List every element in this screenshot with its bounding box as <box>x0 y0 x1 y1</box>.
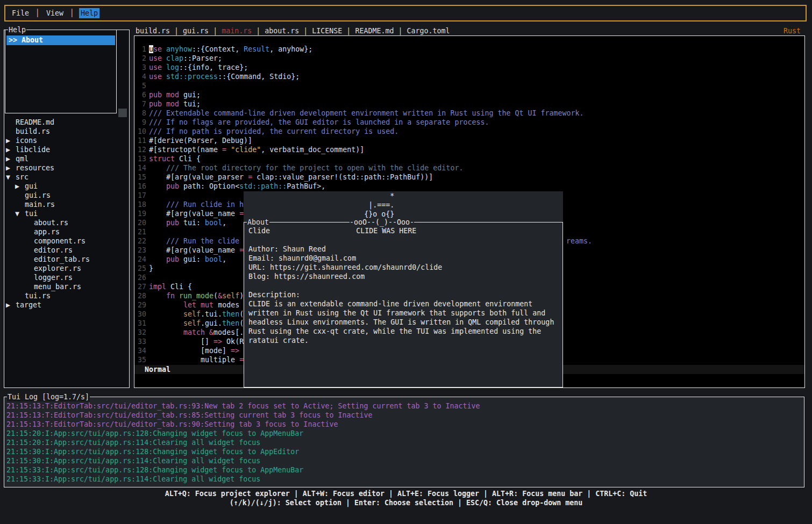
code-token: = <box>239 246 244 254</box>
tab-LICENSE[interactable]: LICENSE <box>312 27 342 35</box>
code-line-5[interactable]: 5 <box>134 81 804 90</box>
tab-gui.rs[interactable]: gui.rs <box>183 27 209 35</box>
tree-item-explorer.rs[interactable]: explorer.rs <box>4 264 129 273</box>
code-line-6[interactable]: 6pub mod gui; <box>134 90 804 99</box>
code-line-3[interactable]: 3use log::{info, trace}; <box>134 63 804 72</box>
about-popup: * |.===. {}o o{} About -ooO--(_)--Ooo- C… <box>244 191 563 387</box>
tree-item-main.rs[interactable]: main.rs <box>4 200 129 209</box>
code-token: bool <box>205 219 222 227</box>
code-token: ( <box>239 310 244 318</box>
code-line-14[interactable]: 14 /// The root directory for the projec… <box>134 163 804 173</box>
tree-item-tui.rs[interactable]: tui.rs <box>4 291 129 300</box>
tree-item-logger.rs[interactable]: logger.rs <box>4 273 129 282</box>
tab-separator: | <box>209 27 222 35</box>
code-token: gui: <box>179 255 205 263</box>
code-token: gui; <box>179 91 201 99</box>
code-line-1[interactable]: 1use anyhow::{Context, Result, anyhow}; <box>134 45 804 54</box>
tab-README.md[interactable]: README.md <box>355 27 394 35</box>
file-tree[interactable]: README.mdbuild.rs▶icons▶libclide▶qml▶res… <box>4 118 129 310</box>
tree-item-resources[interactable]: ▶resources <box>4 163 129 173</box>
help-dropdown[interactable]: Help >> About <box>5 30 117 113</box>
tree-item-tui[interactable]: ▼tui <box>4 209 129 218</box>
about-popup-line: headless Linux environments. The GUI is … <box>248 318 561 327</box>
code-token <box>162 54 166 62</box>
code-token: #[arg(value_name <box>149 210 239 218</box>
help-menu-item-about[interactable]: >> About <box>6 35 115 45</box>
tree-item-label: main.rs <box>25 200 55 209</box>
code-token: self <box>222 292 239 300</box>
code-token: pub <box>166 219 179 227</box>
code-line-10[interactable]: 10/// If no path is provided, the curren… <box>134 127 804 136</box>
about-popup-line: Clide CLIDE WAS HERE <box>248 226 561 235</box>
code-line-11[interactable]: 11#[derive(Parser, Debug)] <box>134 136 804 145</box>
code-line-8[interactable]: 8/// Extendable command-line driven deve… <box>134 109 804 118</box>
project-explorer[interactable]: README.mdbuild.rs▶icons▶libclide▶qml▶res… <box>4 30 130 388</box>
tree-item-libclide[interactable]: ▶libclide <box>4 145 129 154</box>
code-line-7[interactable]: 7pub mod tui; <box>134 99 804 109</box>
code-token: = <box>239 356 244 364</box>
menu-item-view[interactable]: View <box>45 8 65 18</box>
code-token <box>149 310 183 318</box>
code-token <box>149 319 183 327</box>
code-token: ::{ <box>192 45 205 53</box>
menu-bar[interactable]: File│View│Help <box>4 5 807 21</box>
line-number: 2 <box>136 54 146 63</box>
tree-item-menu_bar.rs[interactable]: menu_bar.rs <box>4 282 129 291</box>
tree-item-label: component.rs <box>34 237 86 245</box>
code-token: => <box>231 347 239 355</box>
code-line-13[interactable]: 13struct Cli { <box>134 154 804 163</box>
tree-item-qml[interactable]: ▶qml <box>4 154 129 163</box>
code-token: Context, <box>205 45 244 53</box>
tree-item-label: menu_bar.rs <box>34 283 81 291</box>
code-token: , anyhow}; <box>269 45 312 53</box>
tree-item-app.rs[interactable]: app.rs <box>4 227 129 236</box>
about-popup-line: Author: Shaun Reed <box>248 245 561 254</box>
code-line-16[interactable]: 16 pub path: Option<std::path::PathBuf>, <box>134 182 804 191</box>
code-text: impl Cli { <box>149 283 192 291</box>
tree-item-gui.rs[interactable]: gui.rs <box>4 191 129 200</box>
code-token: , <box>222 255 226 263</box>
code-line-12[interactable]: 12#[structopt(name = "clide", verbatim_d… <box>134 145 804 154</box>
tab-build.rs[interactable]: build.rs <box>136 27 170 35</box>
about-popup-line: ratatui crate. <box>248 336 561 345</box>
line-number: 7 <box>136 99 146 109</box>
code-token: use <box>149 54 162 62</box>
code-token: .gui. <box>201 319 222 327</box>
tree-item-README.md[interactable]: README.md <box>4 118 129 127</box>
code-line-15[interactable]: 15 #[arg(value_parser = clap::value_pars… <box>134 173 804 182</box>
code-text: use clap::Parser; <box>149 54 222 62</box>
tree-item-label: src <box>16 173 29 181</box>
tree-item-label: explorer.rs <box>34 264 81 272</box>
tab-about.rs[interactable]: about.rs <box>265 27 299 35</box>
code-line-2[interactable]: 2use clap::Parser; <box>134 54 804 63</box>
code-token: /// Extendable command-line driven devel… <box>149 109 584 117</box>
tree-item-editor_tab.rs[interactable]: editor_tab.rs <box>4 255 129 264</box>
code-token <box>162 73 166 81</box>
about-popup-line: Blog: https://shaunreed.com <box>248 272 561 281</box>
tree-item-target[interactable]: ▶target <box>4 300 129 310</box>
menu-item-help[interactable]: Help <box>79 8 99 18</box>
tree-item-component.rs[interactable]: component.rs <box>4 236 129 246</box>
editor-tab-bar[interactable]: build.rs | gui.rs | main.rs | about.rs |… <box>136 26 450 35</box>
line-number: 3 <box>136 63 146 72</box>
tree-item-icons[interactable]: ▶icons <box>4 136 129 145</box>
code-line-4[interactable]: 4use std::process::{Command, Stdio}; <box>134 72 804 81</box>
line-number: 14 <box>136 163 146 173</box>
code-token: /// The root directory for the project t… <box>149 164 463 172</box>
tree-item-about.rs[interactable]: about.rs <box>4 218 129 227</box>
tree-item-label: icons <box>16 137 37 145</box>
line-number: 17 <box>136 191 146 200</box>
line-number: 11 <box>136 136 146 145</box>
tui-log-panel[interactable]: Tui Log [log=1.7/s] 21:15:13:T:EditorTab… <box>4 397 804 487</box>
code-line-9[interactable]: 9/// If no flags are provided, the GUI e… <box>134 118 804 127</box>
tab-main.rs[interactable]: main.rs <box>222 27 252 35</box>
scrollbar-thumb[interactable] <box>118 109 127 117</box>
menu-item-file[interactable]: File <box>10 8 31 18</box>
tree-item-src[interactable]: ▼src <box>4 173 129 182</box>
tab-separator: | <box>170 27 183 35</box>
tree-item-editor.rs[interactable]: editor.rs <box>4 246 129 255</box>
tree-item-build.rs[interactable]: build.rs <box>4 127 129 136</box>
tab-Cargo.toml[interactable]: Cargo.toml <box>407 27 450 35</box>
tree-item-label: tui.rs <box>25 292 51 300</box>
tree-item-gui[interactable]: ▶gui <box>4 182 129 191</box>
